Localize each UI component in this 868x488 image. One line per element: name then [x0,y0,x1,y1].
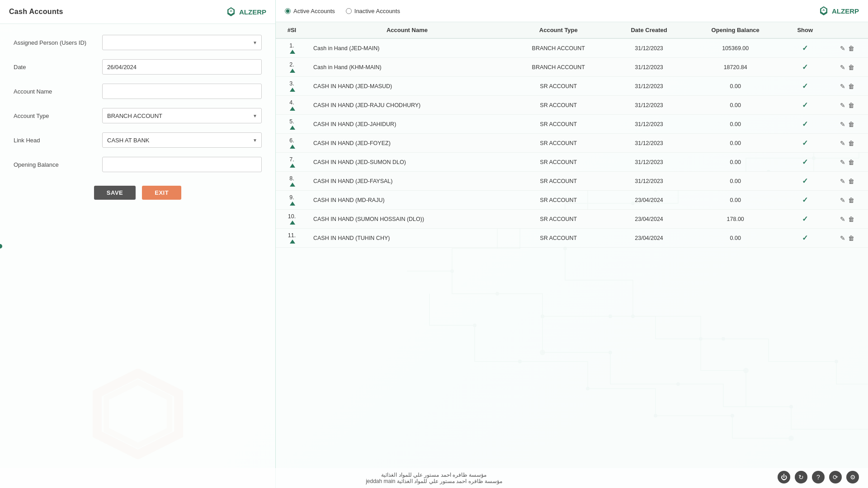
edit-icon[interactable]: ✎ [840,178,845,185]
cell-show: ✓ [783,210,827,229]
delete-icon[interactable]: 🗑 [848,64,854,71]
cell-actions: ✎ 🗑 [827,58,868,77]
delete-icon[interactable]: 🗑 [848,197,854,204]
assigned-person-select[interactable] [102,35,262,50]
cell-show: ✓ [783,229,827,248]
account-type-row: Account Type BRANCH ACCOUNT SR ACCOUNT [14,108,262,123]
cell-account-name: CASH IN HAND (SUMON HOSSAIN (DLO)) [308,210,506,229]
assigned-person-row: Assigned Person (Users ID) [14,35,262,50]
cell-show: ✓ [783,153,827,172]
cell-si: 10. [276,210,308,229]
account-type-label: Account Type [14,113,95,119]
cell-opening-balance: 0.00 [688,153,783,172]
cell-actions: ✎ 🗑 [827,229,868,248]
cell-actions: ✎ 🗑 [827,38,868,58]
right-logo-text: ALZERP [832,7,859,15]
cell-si: 2. [276,58,308,77]
edit-icon[interactable]: ✎ [840,102,845,109]
refresh-icon[interactable]: ↻ [795,471,807,483]
delete-icon[interactable]: 🗑 [848,235,854,242]
edit-icon[interactable]: ✎ [840,45,845,52]
cell-si: 5. [276,115,308,134]
power-icon[interactable]: ⏻ [778,471,790,483]
table-row: 5. CASH IN HAND (JED-JAHIDUR) SR ACCOUNT… [276,115,868,134]
cell-opening-balance: 18720.84 [688,58,783,77]
cell-actions: ✎ 🗑 [827,191,868,210]
settings-icon[interactable]: ⚙ [846,471,859,483]
cell-date-created: 31/12/2023 [611,58,688,77]
assigned-person-select-wrapper [102,35,262,50]
cell-account-name: CASH IN HAND (MD-RAJU) [308,191,506,210]
delete-icon[interactable]: 🗑 [848,159,854,166]
account-type-select-wrapper: BRANCH ACCOUNT SR ACCOUNT [102,108,262,123]
account-name-row: Account Name [14,84,262,99]
account-type-select[interactable]: BRANCH ACCOUNT SR ACCOUNT [102,108,262,123]
active-radio-input[interactable] [285,8,291,14]
edit-icon[interactable]: ✎ [840,216,845,223]
footer-line2: jeddah main مؤسسة ظافره احمد مستور علي ل… [9,478,859,484]
account-name-label: Account Name [14,88,95,95]
cell-opening-balance: 0.00 [688,77,783,96]
delete-icon[interactable]: 🗑 [848,102,854,109]
cell-account-type: SR ACCOUNT [506,77,611,96]
delete-icon[interactable]: 🗑 [848,121,854,128]
sync-icon[interactable]: ⟳ [829,471,842,483]
delete-icon[interactable]: 🗑 [848,140,854,147]
cell-si: 8. [276,172,308,191]
right-logo-area: ALZERP [818,5,859,16]
cell-account-name: CASH IN HAND (JED-JAHIDUR) [308,115,506,134]
table-row: 11. CASH IN HAND (TUHIN CHY) SR ACCOUNT … [276,229,868,248]
table-header: #SI Account Name Account Type Date Creat… [276,22,868,38]
cell-account-name: Cash in Hand (JED-MAIN) [308,38,506,58]
alzerp-logo-icon [226,6,236,17]
delete-icon[interactable]: 🗑 [848,178,854,185]
delete-icon[interactable]: 🗑 [848,216,854,223]
cell-account-type: BRANCH ACCOUNT [506,58,611,77]
inactive-radio-input[interactable] [346,8,352,14]
right-alzerp-logo-icon [818,5,829,16]
cell-account-type: SR ACCOUNT [506,172,611,191]
exit-button[interactable]: EXIT [142,186,181,200]
edit-icon[interactable]: ✎ [840,121,845,128]
cell-date-created: 31/12/2023 [611,153,688,172]
cell-show: ✓ [783,172,827,191]
cell-account-name: CASH IN HAND (TUHIN CHY) [308,229,506,248]
cell-si: 11. [276,229,308,248]
inactive-accounts-radio[interactable]: Inactive Accounts [346,8,400,14]
save-button[interactable]: SAVE [94,186,136,200]
footer: مؤسسة ظافره احمد مستور علي للمواد الغذائ… [0,468,868,488]
cell-opening-balance: 0.00 [688,229,783,248]
date-row: Date [14,59,262,75]
logo-area: ALZERP [226,6,266,17]
panel-title: Cash Accounts [9,8,63,16]
active-label: Active Accounts [293,8,335,14]
edit-icon[interactable]: ✎ [840,197,845,204]
edit-icon[interactable]: ✎ [840,83,845,90]
delete-icon[interactable]: 🗑 [848,83,854,90]
edit-icon[interactable]: ✎ [840,64,845,71]
panel-header: Cash Accounts ALZERP [0,0,275,24]
cell-account-name: CASH IN HAND (JED-MASUD) [308,77,506,96]
account-name-input[interactable] [102,84,262,99]
edit-icon[interactable]: ✎ [840,159,845,166]
edit-icon[interactable]: ✎ [840,235,845,242]
date-input[interactable] [102,59,262,75]
table-row: 10. CASH IN HAND (SUMON HOSSAIN (DLO)) S… [276,210,868,229]
form-body: Assigned Person (Users ID) Date Account … [0,24,275,211]
cell-account-type: SR ACCOUNT [506,96,611,115]
cell-si: 1. [276,38,308,58]
opening-balance-input[interactable] [102,157,262,172]
edit-icon[interactable]: ✎ [840,140,845,147]
link-head-select[interactable]: CASH AT BANK CASH IN HAND [102,132,262,148]
active-accounts-radio[interactable]: Active Accounts [285,8,335,14]
cell-account-name: Cash in Hand (KHM-MAIN) [308,58,506,77]
help-icon[interactable]: ? [812,471,825,483]
opening-balance-row: Opening Balance [14,157,262,172]
cell-actions: ✎ 🗑 [827,172,868,191]
col-account-name: Account Name [308,22,506,38]
cell-actions: ✎ 🗑 [827,153,868,172]
cell-si: 6. [276,134,308,153]
cell-actions: ✎ 🗑 [827,77,868,96]
cell-show: ✓ [783,38,827,58]
delete-icon[interactable]: 🗑 [848,45,854,52]
